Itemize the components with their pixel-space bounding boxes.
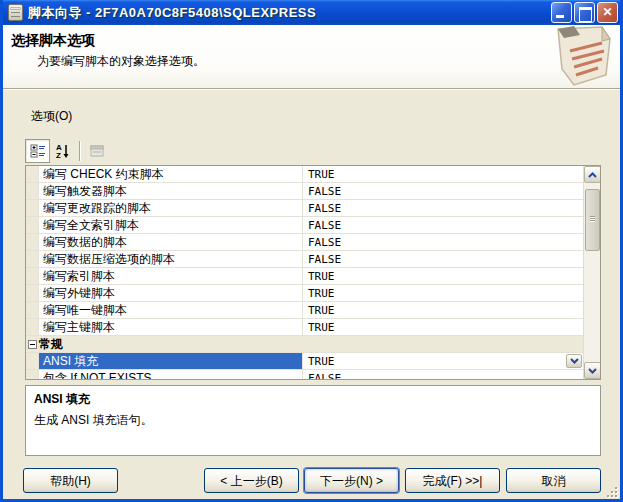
- categorized-icon: [30, 143, 46, 159]
- option-value[interactable]: FALSE: [303, 234, 583, 250]
- option-value[interactable]: TRUE: [303, 353, 583, 369]
- maximize-button[interactable]: [574, 2, 595, 23]
- option-name: 编写触发器脚本: [39, 183, 303, 199]
- category-label: 常规: [39, 336, 583, 352]
- option-name: 编写 CHECK 约束脚本: [39, 166, 303, 182]
- table-row[interactable]: 编写触发器脚本 FALSE: [26, 183, 583, 200]
- option-value[interactable]: FALSE: [303, 251, 583, 267]
- wizard-button-row: 帮助(H) < 上一步(B) 下一步(N) > 完成(F) >>| 取消: [3, 468, 620, 494]
- minimize-button[interactable]: [551, 2, 572, 23]
- option-name: 编写外键脚本: [39, 285, 303, 301]
- option-name: 编写数据压缩选项的脚本: [39, 251, 303, 267]
- page-subtitle: 为要编写脚本的对象选择选项。: [37, 53, 205, 70]
- close-button[interactable]: [597, 2, 618, 23]
- option-value[interactable]: TRUE: [303, 268, 583, 284]
- option-value[interactable]: FALSE: [303, 200, 583, 216]
- value-dropdown-button[interactable]: [566, 354, 582, 368]
- option-value[interactable]: FALSE: [303, 217, 583, 233]
- option-value[interactable]: TRUE: [303, 319, 583, 335]
- option-name: 包含 If NOT EXISTS: [39, 370, 303, 379]
- table-row[interactable]: 编写外键脚本 TRUE: [26, 285, 583, 302]
- scroll-down-button[interactable]: [584, 362, 601, 379]
- window-title: 脚本向导 - 2F7A0A70C8F5408\SQLEXPRESS: [28, 4, 551, 22]
- property-pages-button: [84, 139, 109, 163]
- property-toolbar: A Z: [25, 138, 109, 164]
- table-row-partial[interactable]: 包含 If NOT EXISTS FALSE: [26, 370, 583, 379]
- scrollbar-thumb[interactable]: [585, 189, 600, 251]
- scroll-graphic-icon: [540, 25, 618, 88]
- property-pages-icon: [89, 143, 105, 159]
- alphabetical-sort-button[interactable]: A Z: [50, 139, 75, 163]
- option-value[interactable]: FALSE: [303, 183, 583, 199]
- cancel-button[interactable]: 取消: [506, 468, 601, 493]
- table-row[interactable]: 编写索引脚本 TRUE: [26, 268, 583, 285]
- category-row-general[interactable]: 常规: [26, 336, 583, 353]
- chevron-down-icon: [588, 368, 597, 374]
- table-row[interactable]: 编写更改跟踪的脚本 FALSE: [26, 200, 583, 217]
- vertical-scrollbar[interactable]: [583, 166, 600, 379]
- wizard-header: 选择脚本选项 为要编写脚本的对象选择选项。: [3, 25, 620, 89]
- table-row[interactable]: 编写主键脚本 TRUE: [26, 319, 583, 336]
- table-row[interactable]: 编写 CHECK 约束脚本 TRUE: [26, 166, 583, 183]
- chevron-up-icon: [588, 172, 597, 178]
- svg-text:Z: Z: [56, 151, 61, 159]
- next-button[interactable]: 下一步(N) >: [304, 468, 399, 493]
- grid-rows: 编写 CHECK 约束脚本 TRUE 编写触发器脚本 FALSE 编写更改跟踪的…: [26, 166, 583, 379]
- table-row[interactable]: 编写唯一键脚本 TRUE: [26, 302, 583, 319]
- option-name: 编写更改跟踪的脚本: [39, 200, 303, 216]
- option-value[interactable]: TRUE: [303, 166, 583, 182]
- help-button[interactable]: 帮助(H): [23, 468, 118, 493]
- page-title: 选择脚本选项: [11, 32, 95, 50]
- titlebar[interactable]: 脚本向导 - 2F7A0A70C8F5408\SQLEXPRESS: [0, 0, 623, 25]
- option-value[interactable]: TRUE: [303, 302, 583, 318]
- wizard-window: 脚本向导 - 2F7A0A70C8F5408\SQLEXPRESS 选择脚本选项…: [0, 0, 623, 502]
- table-row[interactable]: 编写数据的脚本 FALSE: [26, 234, 583, 251]
- option-name: 编写数据的脚本: [39, 234, 303, 250]
- finish-button[interactable]: 完成(F) >>|: [405, 468, 500, 493]
- az-sort-icon: A Z: [55, 143, 71, 159]
- description-panel: ANSI 填充 生成 ANSI 填充语句。: [25, 385, 601, 456]
- resize-grip[interactable]: [605, 485, 618, 498]
- toolbar-separator: [79, 141, 80, 161]
- chevron-down-icon: [570, 358, 579, 364]
- table-row[interactable]: 编写全文索引脚本 FALSE: [26, 217, 583, 234]
- script-options-grid: 编写 CHECK 约束脚本 TRUE 编写触发器脚本 FALSE 编写更改跟踪的…: [25, 165, 601, 380]
- option-name: 编写唯一键脚本: [39, 302, 303, 318]
- option-value[interactable]: FALSE: [303, 370, 583, 379]
- description-text: 生成 ANSI 填充语句。: [34, 412, 592, 429]
- options-label: 选项(O): [31, 108, 72, 125]
- categorized-button[interactable]: [25, 139, 50, 163]
- app-icon: [8, 4, 23, 21]
- option-name: 编写主键脚本: [39, 319, 303, 335]
- option-name: 编写索引脚本: [39, 268, 303, 284]
- collapse-icon[interactable]: [28, 340, 37, 349]
- option-value[interactable]: TRUE: [303, 285, 583, 301]
- scroll-up-button[interactable]: [584, 166, 601, 183]
- table-row[interactable]: 编写数据压缩选项的脚本 FALSE: [26, 251, 583, 268]
- option-name: ANSI 填充: [39, 353, 303, 369]
- selected-row-ansi-padding[interactable]: ANSI 填充 TRUE: [26, 353, 583, 370]
- back-button[interactable]: < 上一步(B): [204, 468, 299, 493]
- description-title: ANSI 填充: [34, 391, 592, 408]
- option-name: 编写全文索引脚本: [39, 217, 303, 233]
